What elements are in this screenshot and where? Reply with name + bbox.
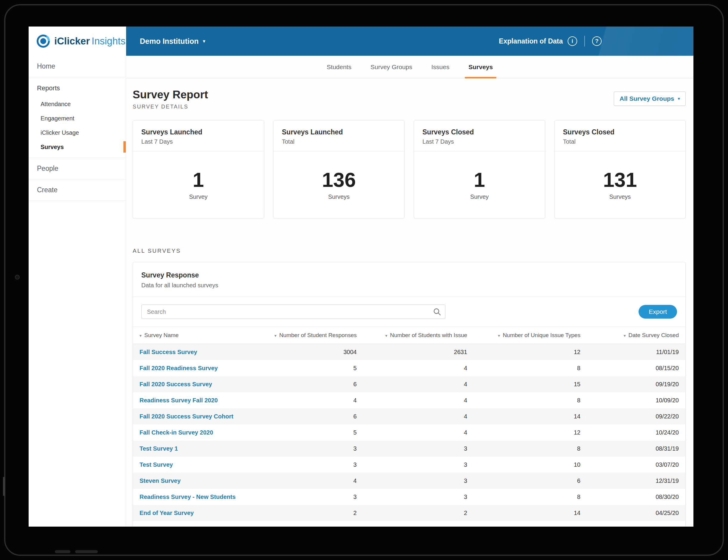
tab-students[interactable]: Students bbox=[327, 56, 351, 78]
search-input[interactable] bbox=[141, 305, 445, 319]
survey-name-link[interactable]: Fall 2020 Success Survey bbox=[140, 380, 212, 388]
responses-cell: 2 bbox=[260, 521, 357, 527]
unique-issue-types-cell: 12 bbox=[467, 344, 580, 360]
students-with-issue-cell: 3 bbox=[357, 457, 467, 473]
stat-cards-row: Surveys Launched Last 7 Days 1 Survey Su… bbox=[133, 120, 686, 218]
stat-unit: Surveys bbox=[328, 193, 350, 200]
survey-name-link[interactable]: Steven Survey bbox=[140, 477, 181, 485]
survey-name-link[interactable]: Readiness Survey - New Students bbox=[140, 493, 236, 501]
tab-issues[interactable]: Issues bbox=[431, 56, 450, 78]
table-row: Fall 2020 Success Survey641509/19/20 bbox=[133, 376, 685, 392]
sidebar-item-iclicker-usage[interactable]: iClicker Usage bbox=[29, 125, 126, 140]
date-closed-cell: 09/22/20 bbox=[580, 408, 685, 424]
logo-block[interactable]: iClickerInsights bbox=[29, 27, 126, 56]
responses-cell: 3 bbox=[260, 457, 357, 473]
students-with-issue-cell: 2 bbox=[357, 521, 467, 527]
survey-name-link[interactable]: End of Year Survey bbox=[140, 509, 194, 517]
survey-name-cell: Student Support Survey bbox=[133, 521, 260, 527]
table-row: Test Survey 133808/31/19 bbox=[133, 440, 685, 457]
sort-caret-icon[interactable]: ▾ bbox=[275, 333, 277, 338]
export-button[interactable]: Export bbox=[639, 305, 677, 319]
survey-name-cell: Readiness Survey Fall 2020 bbox=[133, 392, 260, 408]
sidebar-item-home[interactable]: Home bbox=[29, 56, 126, 77]
unique-issue-types-cell: 8 bbox=[467, 489, 580, 505]
brand-name: iClickerInsights bbox=[54, 35, 126, 47]
column-header-survey-name[interactable]: ▾Survey Name bbox=[133, 327, 260, 344]
content-area: Survey Report SURVEY DETAILS All Survey … bbox=[126, 78, 693, 527]
survey-name-cell: End of Year Survey bbox=[133, 505, 260, 521]
sidebar-item-people[interactable]: People bbox=[29, 158, 126, 179]
sidebar-section-reports[interactable]: Reports bbox=[29, 83, 126, 97]
unique-issue-types-cell: 10 bbox=[467, 457, 580, 473]
responses-cell: 4 bbox=[260, 392, 357, 408]
sort-caret-icon[interactable]: ▾ bbox=[140, 333, 142, 338]
survey-name-link[interactable]: Test Survey 1 bbox=[140, 445, 178, 452]
header-divider bbox=[584, 36, 585, 46]
sidebar: Home Reports Attendance Engagement iClic… bbox=[29, 56, 126, 527]
tab-surveys[interactable]: Surveys bbox=[468, 56, 493, 78]
table-toolbar: Export bbox=[133, 297, 685, 327]
unique-issue-types-cell: 14 bbox=[467, 505, 580, 521]
sidebar-item-attendance[interactable]: Attendance bbox=[29, 97, 126, 111]
responses-cell: 2 bbox=[260, 505, 357, 521]
column-header-unique-issue-types[interactable]: ▾Number of Unique Issue Types bbox=[467, 327, 580, 344]
sort-caret-icon[interactable]: ▾ bbox=[624, 333, 626, 338]
responses-cell: 3 bbox=[260, 440, 357, 457]
column-header-student-responses[interactable]: ▾Number of Student Responses bbox=[260, 327, 357, 344]
stat-subtitle: Last 7 Days bbox=[422, 138, 537, 145]
search-icon[interactable] bbox=[433, 308, 441, 316]
sidebar-group-reports: Reports Attendance Engagement iClicker U… bbox=[29, 77, 126, 158]
date-closed-cell: 04/25/20 bbox=[580, 505, 685, 521]
unique-issue-types-cell: 8 bbox=[467, 440, 580, 457]
responses-cell: 5 bbox=[260, 424, 357, 440]
explanation-of-data-label: Explanation of Data bbox=[499, 37, 563, 45]
brand-secondary-text: Insights bbox=[92, 35, 126, 46]
help-icon[interactable]: ? bbox=[592, 36, 602, 46]
survey-groups-filter-button[interactable]: All Survey Groups ▾ bbox=[614, 91, 686, 106]
stat-value: 1 bbox=[474, 170, 485, 190]
students-with-issue-cell: 4 bbox=[357, 360, 467, 376]
survey-name-link[interactable]: Fall 2020 Readiness Survey bbox=[140, 364, 218, 372]
date-closed-cell: 08/15/20 bbox=[580, 360, 685, 376]
table-row: Fall 2020 Readiness Survey54808/15/20 bbox=[133, 360, 685, 376]
date-closed-cell: 11/01/19 bbox=[580, 344, 685, 360]
column-header-date-closed[interactable]: ▾Date Survey Closed bbox=[580, 327, 685, 344]
students-with-issue-cell: 2 bbox=[357, 505, 467, 521]
sidebar-item-surveys[interactable]: Surveys bbox=[29, 140, 126, 154]
sidebar-item-create[interactable]: Create bbox=[29, 179, 126, 201]
filter-button-label: All Survey Groups bbox=[619, 95, 674, 102]
brand-primary-text: iClicker bbox=[54, 35, 90, 46]
tab-survey-groups[interactable]: Survey Groups bbox=[371, 56, 412, 78]
unique-issue-types-cell: 8 bbox=[467, 360, 580, 376]
info-icon[interactable]: i bbox=[568, 36, 577, 46]
table-row: Fall Check-in Survey 2020541210/24/20 bbox=[133, 424, 685, 440]
table-row: Readiness Survey - New Students33808/30/… bbox=[133, 489, 685, 505]
date-closed-cell: 08/30/20 bbox=[580, 489, 685, 505]
sort-caret-icon[interactable]: ▾ bbox=[385, 333, 387, 338]
survey-name-link[interactable]: Fall 2020 Success Survey Cohort bbox=[140, 412, 233, 420]
sidebar-item-engagement[interactable]: Engagement bbox=[29, 111, 126, 125]
responses-cell: 3004 bbox=[260, 344, 357, 360]
students-with-issue-cell: 3 bbox=[357, 440, 467, 457]
app-body: Home Reports Attendance Engagement iClic… bbox=[29, 56, 693, 527]
survey-name-link[interactable]: Test Survey bbox=[140, 461, 173, 469]
tabs-bar: Students Survey Groups Issues Surveys bbox=[126, 56, 693, 78]
stat-title: Surveys Launched bbox=[282, 128, 396, 136]
column-header-students-with-issue[interactable]: ▾Number of Students with Issue bbox=[357, 327, 467, 344]
survey-name-cell: Steven Survey bbox=[133, 473, 260, 489]
date-closed-cell: 09/19/20 bbox=[580, 376, 685, 392]
survey-name-link[interactable]: Readiness Survey Fall 2020 bbox=[140, 396, 218, 404]
institution-selector[interactable]: Demo Institution ▾ bbox=[140, 37, 205, 46]
survey-name-link[interactable]: Fall Check-in Survey 2020 bbox=[140, 429, 213, 436]
survey-table-body: Fall Success Survey300426311211/01/19Fal… bbox=[133, 344, 685, 527]
stat-subtitle: Total bbox=[282, 138, 396, 145]
tablet-port-mark bbox=[75, 550, 98, 553]
survey-name-cell: Fall 2020 Success Survey Cohort bbox=[133, 408, 260, 424]
survey-name-link[interactable]: Student Support Survey bbox=[140, 525, 208, 527]
date-closed-cell: 12/31/19 bbox=[580, 473, 685, 489]
survey-name-cell: Test Survey bbox=[133, 457, 260, 473]
sort-caret-icon[interactable]: ▾ bbox=[498, 333, 500, 338]
explanation-of-data-link[interactable]: Explanation of Data i bbox=[499, 36, 577, 46]
unique-issue-types-cell: 12 bbox=[467, 424, 580, 440]
survey-name-link[interactable]: Fall Success Survey bbox=[140, 348, 197, 356]
